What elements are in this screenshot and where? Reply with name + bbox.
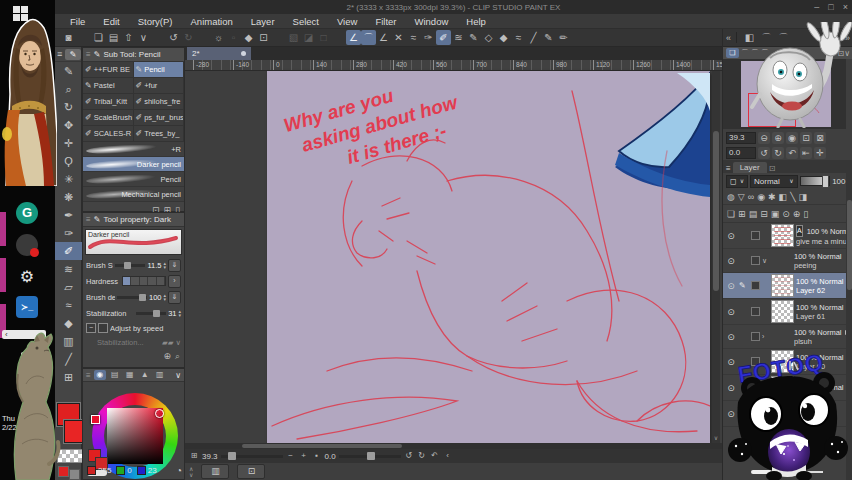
layer-menu-icon[interactable]: ≡ (726, 164, 731, 173)
toolbar-icon[interactable]: ▤ (106, 30, 121, 45)
titlebar[interactable]: 2* (3333 x 3333px 300dpi 39.3%) - CLIP S… (55, 0, 852, 14)
mini-color-b[interactable] (69, 469, 80, 480)
layer-name[interactable]: Layer 62 (796, 286, 825, 295)
layer-name[interactable]: Layer 61 (796, 312, 825, 321)
opacity-slider[interactable] (800, 176, 830, 186)
brush-preset[interactable]: Mechanical pencil (83, 187, 184, 202)
document-tab[interactable]: 2* (187, 47, 251, 60)
subtool-item[interactable]: ✐ shilohs_fre (134, 94, 185, 110)
menu-item[interactable]: View (328, 16, 366, 27)
color-panel-collapse-icon[interactable]: ∨ (175, 371, 181, 380)
menu-item[interactable]: Window (406, 16, 458, 27)
layer-option-icon[interactable]: ∞ (748, 192, 754, 202)
layer-property-tab-icon[interactable]: ⊡ (769, 164, 776, 173)
folder-collapse-icon[interactable]: ∨ (762, 257, 769, 265)
layer-check[interactable] (751, 307, 760, 316)
saturation-value-square[interactable] (107, 408, 163, 464)
navigator-zoom-icon[interactable]: ⊖ (758, 132, 770, 144)
tool-icon[interactable]: Ϙ (55, 152, 82, 170)
navigator-tab-icon[interactable]: ❏ (726, 48, 739, 58)
layer-check[interactable] (751, 332, 760, 341)
toolbar-icon[interactable] (151, 30, 166, 45)
palette-color-combo[interactable]: ◻∨ (726, 175, 748, 188)
folder-collapse-icon[interactable]: › (762, 333, 769, 340)
layer-action-icon[interactable]: ▣ (771, 209, 780, 219)
toolbar-icon[interactable]: ≈ (406, 30, 421, 45)
layer-tab[interactable]: Layer (733, 162, 767, 173)
tool-icon[interactable]: ✎ (55, 62, 82, 80)
color-panel-tab[interactable]: ▦ (124, 370, 136, 380)
color-panel-tab[interactable]: ▥ (154, 370, 166, 380)
stabilization-slider[interactable] (136, 312, 166, 315)
close-button[interactable]: × (843, 2, 848, 12)
tool-icon[interactable]: ✥ (55, 116, 82, 134)
tool-icon[interactable]: ✐ (55, 242, 82, 260)
menu-item[interactable]: Filter (366, 16, 405, 27)
statusbar-rotation-value[interactable]: 0.0 (325, 452, 336, 461)
brush-size-slider[interactable] (115, 264, 145, 267)
rotation-slider[interactable] (339, 455, 401, 458)
navigator-zoom-value[interactable]: 39.3 (726, 132, 756, 144)
toolbar-icon[interactable]: ◆ (241, 30, 256, 45)
brush-preset[interactable]: Pencil (83, 172, 184, 187)
navigator-rotation-icon[interactable]: ✛ (814, 147, 826, 159)
layer-option-icon[interactable]: ◉ (757, 192, 765, 202)
hue-marker[interactable] (91, 415, 100, 424)
layer-thumbnail[interactable] (771, 250, 792, 271)
layer-thumbnail[interactable] (771, 326, 792, 347)
layer-option-icon[interactable]: ╲ (790, 192, 795, 202)
brush-size-stepper[interactable]: ▴▾ (163, 261, 166, 269)
layer-visibility-icon[interactable]: ⊙ (725, 332, 737, 342)
tool-icon[interactable]: ✳ (55, 170, 82, 188)
subtool-item[interactable]: ✐ ++FUR BE (83, 62, 134, 78)
menu-item[interactable]: Help (457, 16, 495, 27)
toolbar-icon[interactable]: ☼ (211, 30, 226, 45)
tool-icon[interactable]: ↻ (55, 98, 82, 116)
layer-name[interactable]: plsuh (794, 337, 812, 346)
tool-panel-menu-icon[interactable]: ≡ (57, 49, 62, 59)
color-panel-tab[interactable]: ◉ (94, 370, 106, 380)
toolbar-icon[interactable] (196, 30, 211, 45)
layer-action-icon[interactable]: ⊟ (760, 209, 768, 219)
color-menu-icon[interactable]: ≡ (86, 371, 91, 380)
layer-row[interactable]: ⊙ ✎ A 100 % Normal Layer 61 (723, 299, 852, 325)
layer-thumbnail[interactable] (771, 274, 794, 297)
navigator-zoom-icon[interactable]: ⊕ (772, 132, 784, 144)
zoom-out-button[interactable]: − (286, 451, 296, 461)
toolbar-icon[interactable]: ∨ (136, 30, 151, 45)
color-mode-icon[interactable]: ◔ (176, 465, 182, 476)
navigator-rotation-icon[interactable]: ↻ (772, 147, 784, 159)
layer-option-icon[interactable]: ◍ (727, 192, 735, 202)
zoom-slider[interactable] (221, 455, 283, 458)
collapse-panel-icon[interactable]: « (726, 33, 731, 43)
subtool-menu-icon[interactable]: ≡ (86, 50, 91, 59)
toolprop-menu-icon[interactable]: ≡ (86, 215, 91, 224)
toolbar-icon[interactable]: ✕ (391, 30, 406, 45)
layer-thumbnail[interactable] (771, 224, 794, 247)
color-panel-tab[interactable]: ▤ (109, 370, 121, 380)
statusbar-zoom-value[interactable]: 39.3 (202, 452, 218, 461)
toolbar-icon[interactable]: ⇧ (121, 30, 136, 45)
stabilization-value[interactable]: 31 (168, 309, 176, 318)
toolbar-icon[interactable]: ◪ (301, 30, 316, 45)
toolbar-icon[interactable]: ≈ (511, 30, 526, 45)
opacity-value[interactable]: 100 (832, 177, 845, 186)
toolbar-icon[interactable] (271, 30, 286, 45)
toolbar-icon[interactable]: ✐ (436, 30, 451, 45)
layer-row[interactable]: ⊙ ✎ › A 100 % Normal plsuh (723, 325, 852, 349)
menu-item[interactable]: Animation (182, 16, 242, 27)
document-tab-close-icon[interactable] (241, 51, 246, 56)
toolbar-icon[interactable]: ▧ (286, 30, 301, 45)
rotate-left-icon[interactable]: ↺ (404, 451, 414, 461)
layer-row[interactable]: ⊙ ✎ A 100 % Normal give me a minute plea… (723, 223, 852, 249)
canvas-page[interactable]: Why are you asking about how it is there… (267, 71, 710, 443)
subtool-item[interactable]: ✐ +fur (134, 78, 185, 94)
layer-visibility-icon[interactable]: ⊙ (725, 281, 737, 291)
tool-icon[interactable]: ▱ (55, 278, 82, 296)
layer-option-icon[interactable]: ◨ (799, 192, 808, 202)
toolbar-icon[interactable]: ◆ (496, 30, 511, 45)
menu-item[interactable]: File (61, 16, 94, 27)
fit-screen-icon[interactable]: ⊞ (189, 451, 199, 461)
reset-rotation-icon[interactable]: ↶ (430, 451, 440, 461)
sv-marker[interactable] (155, 409, 164, 418)
